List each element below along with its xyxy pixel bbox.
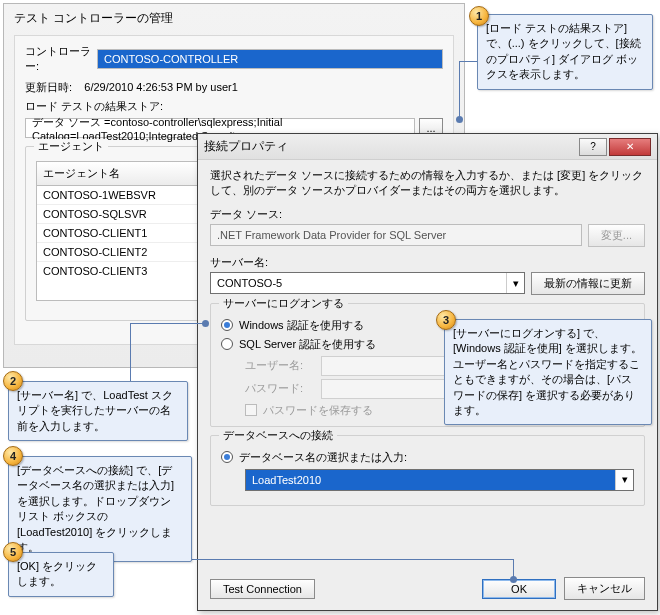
logon-legend: サーバーにログオンする <box>219 296 348 311</box>
callout-3: [サーバーにログオンする] で、[Windows 認証を使用] を選択します。ユ… <box>444 319 652 425</box>
callout-badge-3: 3 <box>436 310 456 330</box>
database-combo[interactable]: LoadTest2010 ▾ <box>245 469 634 491</box>
callout-badge-1: 1 <box>469 6 489 26</box>
data-source-input: .NET Framework Data Provider for SQL Ser… <box>210 224 582 246</box>
close-button[interactable]: ✕ <box>609 138 651 156</box>
result-store-label: ロード テストの結果ストア: <box>25 99 443 114</box>
change-button[interactable]: 変更... <box>588 224 645 247</box>
controller-combo[interactable]: CONTOSO-CONTROLLER <box>97 49 443 69</box>
callout-badge-4: 4 <box>3 446 23 466</box>
db-name-radio[interactable] <box>221 451 233 463</box>
windows-auth-label[interactable]: Windows 認証を使用する <box>239 318 364 333</box>
username-label: ユーザー名: <box>245 358 315 373</box>
dialog-title: 接続プロパティ <box>204 138 577 155</box>
updated-value: 6/29/2010 4:26:53 PM by user1 <box>84 81 238 93</box>
callout-5: [OK] をクリックします。 <box>8 552 114 597</box>
database-value: LoadTest2010 <box>246 470 615 490</box>
server-name-label: サーバー名: <box>210 255 645 270</box>
database-group: データベースへの接続 データベース名の選択または入力: LoadTest2010… <box>210 435 645 506</box>
dialog-titlebar: 接続プロパティ ? ✕ <box>198 134 657 160</box>
chevron-down-icon[interactable]: ▾ <box>615 470 633 490</box>
ok-button[interactable]: OK <box>482 579 556 599</box>
cancel-button[interactable]: キャンセル <box>564 577 645 600</box>
help-button[interactable]: ? <box>579 138 607 156</box>
sql-auth-label[interactable]: SQL Server 認証を使用する <box>239 337 376 352</box>
database-legend: データベースへの接続 <box>219 428 337 443</box>
controller-label: コントローラー: <box>25 44 97 74</box>
db-name-label[interactable]: データベース名の選択または入力: <box>239 450 407 465</box>
callout-4: [データベースへの接続] で、[データベース名の選択または入力] を選択します。… <box>8 456 192 562</box>
dialog-description: 選択されたデータ ソースに接続するための情報を入力するか、または [変更] をク… <box>210 168 645 199</box>
callout-badge-5: 5 <box>3 542 23 562</box>
callout-2: [サーバー名] で、LoadTest スクリプトを実行したサーバーの名前を入力し… <box>8 381 188 441</box>
window-title: テスト コントローラーの管理 <box>4 4 464 35</box>
test-connection-button[interactable]: Test Connection <box>210 579 315 599</box>
server-name-value: CONTOSO-5 <box>217 277 282 289</box>
server-name-combo[interactable]: CONTOSO-5 ▾ <box>210 272 525 294</box>
updated-label: 更新日時: <box>25 81 72 93</box>
windows-auth-radio[interactable] <box>221 319 233 331</box>
password-label: パスワード: <box>245 381 315 396</box>
data-source-label: データ ソース: <box>210 207 645 222</box>
callout-badge-2: 2 <box>3 371 23 391</box>
save-password-label: パスワードを保存する <box>263 403 373 418</box>
callout-1: [ロード テストの結果ストア] で、(...) をクリックして、[接続のプロパテ… <box>477 14 653 90</box>
sql-auth-radio[interactable] <box>221 338 233 350</box>
save-password-checkbox <box>245 404 257 416</box>
agents-legend: エージェント <box>34 139 108 154</box>
refresh-button[interactable]: 最新の情報に更新 <box>531 272 645 295</box>
chevron-down-icon[interactable]: ▾ <box>506 273 524 293</box>
